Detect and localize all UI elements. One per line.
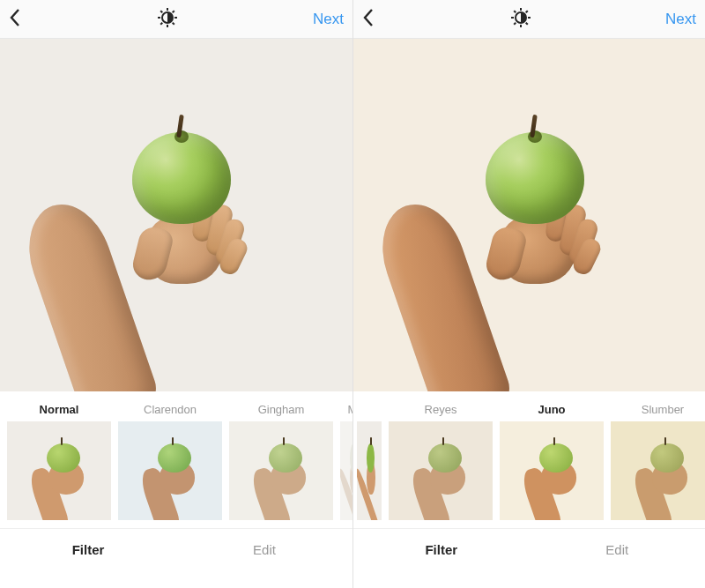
filter-normal[interactable]: Normal — [7, 397, 111, 528]
screens-side-by-side: Next Normal Clarendon — [0, 0, 705, 588]
adjust-button[interactable] — [44, 7, 291, 32]
chevron-left-icon — [9, 8, 21, 31]
filter-slumber[interactable]: Slumber — [611, 397, 705, 528]
top-nav: Next — [0, 0, 352, 39]
svg-line-17 — [525, 11, 527, 12]
filter-clarendon[interactable]: Clarendon — [118, 397, 222, 528]
filter-strip-area: Normal Clarendon Gingham M Filter — [0, 391, 352, 588]
svg-line-5 — [160, 11, 162, 12]
photo-apple — [486, 132, 584, 224]
chevron-left-icon — [362, 8, 375, 31]
adjust-button[interactable] — [397, 7, 643, 32]
filter-thumbnail — [118, 421, 222, 520]
svg-line-7 — [160, 22, 162, 24]
tab-edit[interactable]: Edit — [176, 529, 352, 570]
filter-thumbnail — [7, 421, 111, 520]
photo-apple — [132, 132, 231, 224]
screen-left: Next Normal Clarendon — [0, 0, 352, 588]
filter-partial[interactable]: M — [340, 397, 352, 528]
back-button[interactable] — [9, 8, 44, 31]
filter-gingham[interactable]: Gingham — [229, 397, 333, 528]
brightness-contrast-icon — [157, 7, 178, 32]
filter-label: Juno — [538, 397, 565, 421]
top-nav: Next — [353, 0, 705, 39]
filter-thumbnail — [500, 421, 604, 520]
filter-label: Normal — [40, 397, 79, 421]
back-button[interactable] — [362, 8, 397, 31]
filter-label: Reyes — [425, 397, 457, 421]
filter-thumbnail — [340, 421, 352, 520]
svg-line-16 — [514, 22, 516, 24]
tab-filter[interactable]: Filter — [0, 529, 176, 570]
main-photo-preview[interactable] — [0, 39, 352, 391]
filter-juno[interactable]: Juno — [500, 397, 604, 528]
svg-line-14 — [514, 11, 516, 12]
filter-reyes[interactable]: Reyes — [389, 397, 493, 528]
screen-right: Next Reyes Juno — [352, 0, 705, 588]
svg-line-6 — [173, 22, 174, 24]
filter-label: Gingham — [258, 397, 305, 421]
brightness-contrast-icon — [510, 7, 531, 32]
next-button[interactable]: Next — [291, 11, 344, 28]
filter-partial[interactable] — [357, 397, 382, 528]
tab-edit[interactable]: Edit — [530, 529, 706, 570]
tab-filter[interactable]: Filter — [353, 529, 530, 570]
filter-strip-area: Reyes Juno Slumber Filter Edit — [353, 391, 705, 588]
svg-line-15 — [525, 22, 527, 24]
filter-label: Slumber — [642, 397, 684, 421]
filter-strip[interactable]: Normal Clarendon Gingham M — [0, 391, 352, 528]
filter-label: Clarendon — [144, 397, 197, 421]
filter-thumbnail — [389, 421, 493, 520]
next-button[interactable]: Next — [643, 11, 696, 28]
bottom-tabs: Filter Edit — [0, 528, 352, 570]
filter-thumbnail — [229, 421, 333, 520]
svg-line-8 — [173, 11, 174, 12]
filter-strip[interactable]: Reyes Juno Slumber — [353, 391, 705, 528]
filter-thumbnail — [611, 421, 705, 520]
filter-thumbnail — [357, 421, 382, 520]
main-photo-preview[interactable] — [353, 39, 705, 391]
bottom-tabs: Filter Edit — [353, 528, 705, 570]
